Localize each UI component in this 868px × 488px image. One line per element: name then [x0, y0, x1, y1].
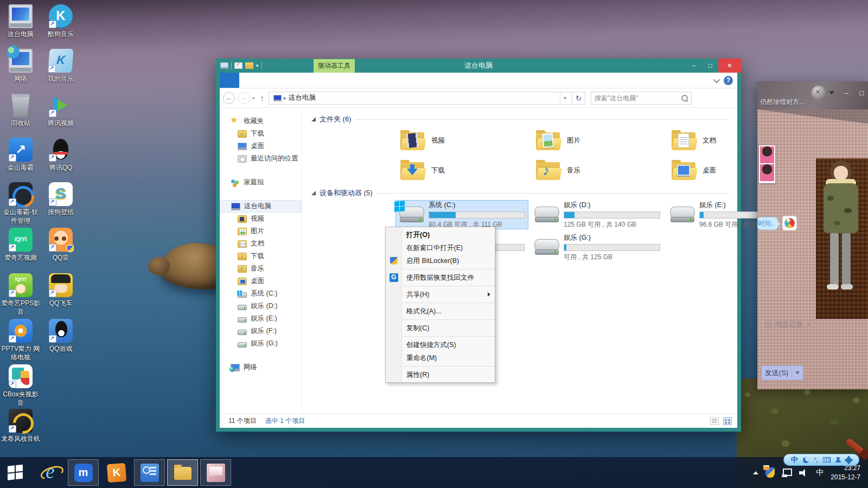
- desktop-icon[interactable]: 爱奇艺PPS影音: [1, 273, 40, 316]
- desktop-icon[interactable]: QQ游戏: [41, 319, 80, 354]
- up-button[interactable]: ↑: [260, 93, 265, 102]
- context-menu-item[interactable]: 共享(H): [386, 288, 495, 301]
- folder-tile[interactable]: 音乐: [533, 156, 662, 184]
- collapse-ribbon-chevron-icon[interactable]: [713, 76, 720, 84]
- sidebar-item-this-pc[interactable]: 这台电脑: [220, 200, 302, 213]
- clock[interactable]: 23:27 2015-12-7: [831, 464, 860, 481]
- refresh-button[interactable]: ↻: [572, 92, 585, 105]
- ime-settings-gear-icon[interactable]: [846, 457, 852, 463]
- context-menu-item[interactable]: 重命名(M): [386, 351, 495, 364]
- sidebar-item[interactable]: 系统 (C:): [220, 287, 302, 300]
- properties-icon[interactable]: [234, 62, 242, 69]
- desktop-icon[interactable]: 这台电脑: [1, 4, 40, 39]
- help-icon[interactable]: ?: [724, 76, 733, 85]
- folder-tile[interactable]: 视频: [398, 126, 527, 155]
- customize-toolbar-chevron-icon[interactable]: ▾: [256, 63, 259, 68]
- ime-mode-button[interactable]: 中: [791, 455, 798, 465]
- ribbon-tab[interactable]: [257, 73, 274, 88]
- search-icon[interactable]: [681, 94, 688, 101]
- sidebar-item[interactable]: 图片: [220, 225, 302, 237]
- ime-keyboard-icon[interactable]: [823, 457, 831, 463]
- sidebar-item[interactable]: 下载: [220, 127, 302, 140]
- taskbar-ie-button[interactable]: e: [35, 459, 66, 486]
- folder-tile[interactable]: 下载: [398, 156, 527, 184]
- tab-drive-tools[interactable]: 驱动器工具: [314, 59, 355, 73]
- sidebar-item-favorites[interactable]: 收藏夹: [220, 115, 302, 127]
- taskbar-explorer-button[interactable]: [167, 459, 198, 486]
- chat-minimize-button[interactable]: –: [845, 89, 848, 97]
- send-button[interactable]: 发送(S): [761, 365, 803, 380]
- desktop-icon[interactable]: 金山毒霸-软件管理: [1, 182, 40, 225]
- desktop-icon[interactable]: PPTV聚力 网络电视: [1, 319, 40, 362]
- address-dropdown-chevron-icon[interactable]: ▾: [560, 92, 570, 104]
- chat-maximize-button[interactable]: □: [859, 89, 864, 97]
- sidebar-item[interactable]: 娱乐 (G:): [220, 337, 302, 350]
- desktop-icon[interactable]: 龙卷风收音机: [1, 409, 40, 444]
- history-chevron-icon[interactable]: ▾: [252, 95, 255, 101]
- sidebar-item[interactable]: 音乐: [220, 262, 302, 275]
- chat-skin-chevron-icon[interactable]: [829, 91, 834, 95]
- message-history-button[interactable]: 消息记录: [765, 320, 810, 330]
- sidebar-item[interactable]: 桌面: [220, 140, 302, 152]
- sidebar-item[interactable]: 娱乐 (F:): [220, 325, 302, 337]
- desktop-icon[interactable]: 腾讯视频: [41, 93, 80, 128]
- sidebar-item[interactable]: 最近访问的位置: [220, 152, 302, 165]
- folder-tile[interactable]: 图片: [533, 126, 662, 155]
- context-menu-item[interactable]: 启用 BitLocker(B): [386, 254, 495, 267]
- group-header-folders[interactable]: 文件夹 (6): [311, 114, 730, 124]
- hidden-icons-chevron-icon[interactable]: [753, 471, 758, 474]
- desktop-icon[interactable]: 酷狗音乐: [41, 4, 80, 39]
- forward-button[interactable]: →: [238, 92, 250, 104]
- ime-punctuation-icon[interactable]: °,: [814, 457, 818, 463]
- chat-app-icon[interactable]: [782, 216, 797, 230]
- desktop-icon[interactable]: 网络: [1, 49, 40, 84]
- desktop-icon[interactable]: 我的音乐: [41, 49, 80, 84]
- desktop-icon[interactable]: QQ堂: [41, 228, 80, 262]
- send-options-chevron-icon[interactable]: [795, 371, 800, 374]
- desktop-icon[interactable]: CBox央视影音: [1, 364, 40, 407]
- security-shield-icon[interactable]: [765, 467, 775, 478]
- address-bar[interactable]: ▸ 这台电脑 ▾: [269, 92, 572, 105]
- ime-account-icon[interactable]: [835, 457, 841, 463]
- context-menu-item[interactable]: 在新窗口中打开(E): [386, 241, 495, 254]
- desktop-icon[interactable]: 爱奇艺视频: [1, 228, 40, 262]
- context-menu-item[interactable]: 属性(R): [386, 368, 495, 381]
- ribbon-tab[interactable]: [282, 73, 299, 88]
- context-menu-item[interactable]: 打开(O): [386, 228, 495, 241]
- sidebar-item[interactable]: 下载: [220, 250, 302, 262]
- desktop-icon[interactable]: 搜狗壁纸: [41, 182, 80, 217]
- group-header-drives[interactable]: 设备和驱动器 (5): [311, 188, 730, 198]
- volume-icon[interactable]: [799, 468, 809, 477]
- sidebar-item-homegroup[interactable]: 家庭组: [220, 176, 302, 189]
- contact-photo-thumbnails[interactable]: [759, 145, 775, 183]
- search-input[interactable]: [595, 94, 681, 102]
- title-bar[interactable]: ▾ 驱动器工具 这台电脑 – □ ✕: [216, 59, 741, 73]
- details-view-icon[interactable]: [710, 418, 719, 425]
- desktop-icon[interactable]: QQ飞车: [41, 273, 80, 308]
- close-button[interactable]: ✕: [718, 59, 741, 73]
- sidebar-item[interactable]: 视频: [220, 213, 302, 225]
- sidebar-item[interactable]: 桌面: [220, 275, 302, 287]
- input-language-indicator[interactable]: 中: [816, 468, 824, 478]
- back-button[interactable]: ←: [223, 92, 235, 104]
- drive-tile[interactable]: 娱乐 (D:) 125 GB 可用 , 共 140 GB: [531, 200, 664, 229]
- ribbon-tab[interactable]: [239, 73, 257, 88]
- maximize-button[interactable]: □: [702, 59, 718, 73]
- sidebar-item[interactable]: 文档: [220, 237, 302, 250]
- desktop-icon[interactable]: 回收站: [1, 93, 40, 128]
- desktop-icon[interactable]: 腾讯QQ: [41, 138, 80, 172]
- taskbar-photo-button[interactable]: [200, 459, 231, 486]
- taskbar-control-panel-button[interactable]: [134, 459, 165, 486]
- search-box[interactable]: [591, 92, 692, 105]
- start-button[interactable]: [8, 466, 24, 480]
- ime-fullwidth-icon[interactable]: [803, 457, 809, 463]
- ribbon-tab[interactable]: [220, 73, 239, 88]
- minimize-button[interactable]: –: [686, 59, 702, 73]
- desktop-icon[interactable]: 金山毒霸: [1, 138, 40, 172]
- sidebar-item[interactable]: 娱乐 (E:): [220, 312, 302, 325]
- taskbar-maxthon-button[interactable]: m: [68, 459, 99, 486]
- sidebar-item[interactable]: 娱乐 (D:): [220, 300, 302, 312]
- new-folder-icon[interactable]: [245, 62, 253, 69]
- drive-tile[interactable]: 系统 (C:) 80.4 GB 可用 , 共 111 GB: [395, 200, 528, 229]
- breadcrumb-arrow-icon[interactable]: ▸: [284, 95, 286, 101]
